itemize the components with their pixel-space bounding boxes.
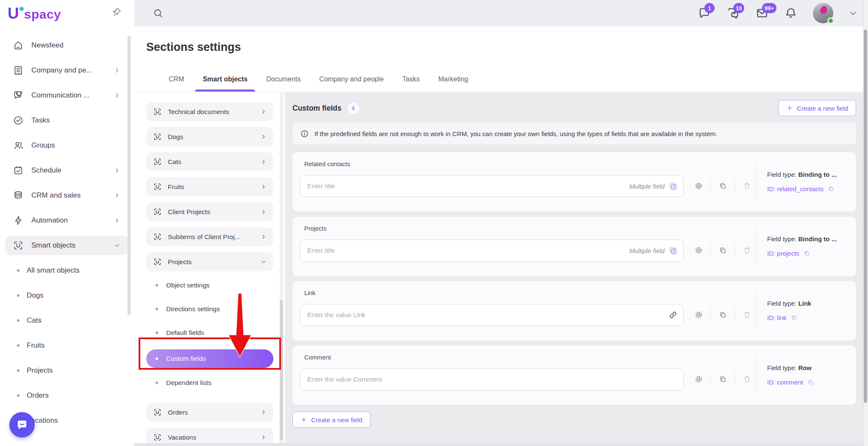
user-avatar[interactable] bbox=[813, 3, 833, 23]
field-id-line: ID: comment bbox=[767, 379, 814, 386]
divider bbox=[710, 243, 711, 257]
subpanel-scrollbar-thumb[interactable] bbox=[280, 300, 283, 440]
sidebar-item-cats[interactable]: Cats bbox=[5, 311, 129, 330]
bullet-dot bbox=[17, 394, 19, 397]
sidebar-item-communication[interactable]: Communication ... bbox=[5, 86, 129, 105]
logo-text: spacy bbox=[24, 7, 61, 22]
field-duplicate-copy-icon[interactable] bbox=[715, 307, 730, 322]
tab-smart-objects[interactable]: Smart objects bbox=[203, 73, 248, 86]
chevron-right-icon bbox=[260, 109, 267, 115]
field-value-input[interactable] bbox=[300, 304, 684, 326]
user-menu-chevron-icon[interactable] bbox=[849, 8, 858, 18]
support-chat-button[interactable] bbox=[9, 412, 35, 438]
field-title-input[interactable] bbox=[300, 175, 684, 197]
field-card-related-contacts: Related contacts Multiple field bbox=[292, 152, 856, 212]
chat-button[interactable]: 1 bbox=[698, 6, 711, 20]
chevron-right-icon bbox=[260, 234, 267, 240]
object-item-projects-expanded[interactable]: Projects bbox=[146, 252, 273, 271]
field-title-input[interactable] bbox=[300, 240, 684, 262]
tab-marketing[interactable]: Marketing bbox=[438, 73, 468, 86]
panel-title: Custom fields bbox=[292, 104, 342, 113]
smart-object-icon bbox=[153, 207, 162, 216]
field-settings-gear-icon[interactable] bbox=[691, 178, 706, 193]
sidebar-item-orders[interactable]: Orders bbox=[5, 386, 129, 405]
search-icon[interactable] bbox=[153, 8, 164, 19]
field-settings-gear-icon[interactable] bbox=[691, 371, 706, 387]
sidebar-item-label: Automation bbox=[31, 216, 68, 225]
copy-id-icon[interactable] bbox=[807, 379, 814, 386]
subitem-custom-fields-active[interactable]: Custom fields bbox=[146, 349, 273, 368]
copy-id-icon[interactable] bbox=[827, 185, 835, 192]
sidebar-item-label: Company and pe... bbox=[31, 66, 92, 75]
field-duplicate-copy-icon[interactable] bbox=[715, 243, 730, 258]
object-item-label: Orders bbox=[168, 409, 188, 416]
bullet-dot bbox=[17, 344, 19, 347]
field-label: Related contacts bbox=[304, 161, 350, 167]
sidebar-item-crm-and-sales[interactable]: CRM and sales bbox=[5, 186, 129, 205]
bullet-dot bbox=[156, 332, 158, 334]
divider bbox=[734, 243, 735, 257]
subitem-default-fields[interactable]: Default fields bbox=[146, 326, 273, 340]
sidebar-item-dogs[interactable]: Dogs bbox=[5, 286, 129, 305]
field-id-text: ID: link bbox=[767, 314, 787, 321]
subitem-object-settings[interactable]: Object settings bbox=[146, 278, 273, 293]
chevron-right-icon bbox=[260, 434, 267, 440]
subitem-dependent-lists[interactable]: Dependent lists bbox=[146, 376, 273, 390]
object-item-label: Cats bbox=[168, 158, 181, 166]
tab-company-and-people[interactable]: Company and people bbox=[319, 73, 384, 86]
sidebar-item-smart-objects[interactable]: Smart objects bbox=[5, 236, 129, 255]
tab-crm[interactable]: CRM bbox=[169, 73, 184, 86]
subitem-directions-settings[interactable]: Directions settings bbox=[146, 302, 273, 316]
online-status-dot bbox=[827, 17, 834, 24]
chevron-right-icon bbox=[114, 67, 120, 74]
object-item-cats[interactable]: Cats bbox=[146, 152, 273, 171]
object-item-fruits[interactable]: Fruits bbox=[146, 177, 273, 196]
sidebar-item-company-and-people[interactable]: Company and pe... bbox=[5, 61, 129, 80]
sidebar-item-newsfeed[interactable]: Newsfeed bbox=[5, 36, 129, 55]
field-duplicate-copy-icon[interactable] bbox=[715, 178, 730, 193]
sidebar-item-automation[interactable]: Automation bbox=[5, 211, 129, 230]
horizontal-scrollbar[interactable] bbox=[134, 443, 868, 446]
sidebar-scrollbar[interactable] bbox=[128, 36, 131, 315]
sidebar-item-groups[interactable]: Groups bbox=[5, 136, 129, 155]
notifications-bell-button[interactable] bbox=[784, 6, 798, 20]
create-new-field-button-bottom[interactable]: Create a new field bbox=[292, 412, 370, 428]
mail-badge: 99+ bbox=[762, 3, 776, 13]
uspacy-logo[interactable]: U spacy bbox=[8, 6, 61, 22]
tab-tasks[interactable]: Tasks bbox=[402, 73, 420, 86]
divider bbox=[756, 291, 757, 330]
sidebar-item-fruits[interactable]: Fruits bbox=[5, 336, 129, 355]
object-item-subitems-of-client-projects[interactable]: Subitems of Client Proj... bbox=[146, 227, 273, 246]
field-value-input[interactable] bbox=[300, 368, 684, 390]
field-delete-trash-icon[interactable] bbox=[739, 243, 754, 258]
field-delete-trash-icon[interactable] bbox=[739, 307, 754, 322]
info-banner: If the predefined fields are not enough … bbox=[292, 123, 856, 145]
sidebar-item-schedule[interactable]: Schedule bbox=[5, 161, 129, 180]
tab-documents[interactable]: Documents bbox=[266, 73, 300, 86]
object-item-orders[interactable]: Orders bbox=[146, 403, 273, 422]
object-item-client-projects[interactable]: Client Projects bbox=[146, 202, 273, 221]
sidebar-item-all-smart-objects[interactable]: All smart objects bbox=[5, 261, 129, 280]
create-new-field-button-top[interactable]: Create a new field bbox=[778, 100, 856, 116]
copy-id-icon[interactable] bbox=[790, 314, 798, 321]
sidebar-item-tasks[interactable]: Tasks bbox=[5, 111, 129, 130]
create-new-field-label: Create a new field bbox=[311, 416, 362, 424]
object-item-dogs[interactable]: Dogs bbox=[146, 127, 273, 146]
field-settings-gear-icon[interactable] bbox=[691, 307, 706, 322]
mail-button[interactable]: 99+ bbox=[755, 6, 769, 20]
field-delete-trash-icon[interactable] bbox=[739, 178, 754, 193]
pin-sidebar-icon[interactable] bbox=[111, 7, 122, 18]
copy-id-icon[interactable] bbox=[803, 250, 810, 257]
field-settings-gear-icon[interactable] bbox=[691, 243, 706, 258]
divider bbox=[710, 178, 711, 193]
field-duplicate-copy-icon[interactable] bbox=[715, 371, 730, 387]
sidebar-item-label: Schedule bbox=[31, 166, 61, 175]
object-item-technical-documents[interactable]: Technical documents bbox=[146, 102, 273, 121]
sidebar-item-projects[interactable]: Projects bbox=[5, 361, 129, 380]
sidebar-item-label: Newsfeed bbox=[31, 41, 64, 50]
window-scrollbar-thumb[interactable] bbox=[864, 30, 867, 403]
page-title: Sections settings bbox=[146, 41, 241, 54]
smart-object-icon bbox=[153, 408, 162, 417]
field-delete-trash-icon[interactable] bbox=[739, 371, 754, 387]
group-chat-button[interactable]: 10 bbox=[726, 6, 740, 20]
